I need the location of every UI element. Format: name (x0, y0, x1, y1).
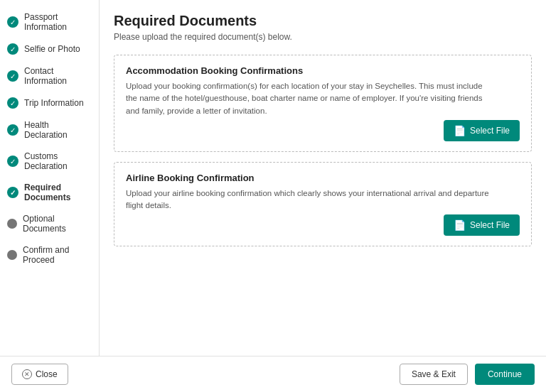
save-exit-button[interactable]: Save & Exit (400, 364, 468, 385)
status-icon-selfie: ✓ (7, 43, 18, 55)
status-icon-customs: ✓ (7, 156, 18, 167)
close-circle-icon: ✕ (22, 369, 32, 379)
doc-card-accommodation: Accommodation Booking Confirmations Uplo… (114, 55, 532, 152)
doc-title-airline: Airline Booking Confirmation (126, 173, 520, 183)
footer: ✕ Close Save & Exit Continue (0, 356, 546, 392)
sidebar-item-confirm[interactable]: Confirm and Proceed (0, 240, 99, 270)
sidebar-item-trip[interactable]: ✓Trip Information (0, 92, 99, 114)
sidebar-label-required: Required Documents (24, 183, 92, 202)
footer-right: Save & Exit Continue (400, 364, 535, 385)
sidebar-label-trip: Trip Information (24, 98, 84, 108)
main-layout: ✓Passport Information✓Selfie or Photo✓Co… (0, 0, 546, 356)
status-icon-contact: ✓ (7, 70, 18, 82)
status-icon-optional (7, 219, 17, 229)
sidebar-item-passport[interactable]: ✓Passport Information (0, 7, 99, 37)
file-icon-accommodation: 📄 (454, 125, 466, 136)
close-button[interactable]: ✕ Close (11, 364, 68, 385)
sidebar-label-passport: Passport Information (24, 12, 92, 32)
close-label: Close (36, 369, 58, 379)
doc-desc-airline: Upload your airline booking confirmation… (126, 187, 496, 212)
status-icon-confirm (7, 250, 17, 260)
doc-title-accommodation: Accommodation Booking Confirmations (126, 65, 520, 76)
select-file-button-accommodation[interactable]: 📄 Select File (444, 120, 520, 141)
status-icon-health: ✓ (7, 124, 18, 136)
content-area: Required Documents Please upload the req… (100, 0, 546, 356)
sidebar-item-health[interactable]: ✓Health Declaration (0, 115, 99, 145)
doc-card-airline: Airline Booking Confirmation Upload your… (114, 162, 532, 247)
page-title: Required Documents (114, 13, 532, 29)
select-file-button-airline[interactable]: 📄 Select File (444, 214, 520, 236)
status-icon-passport: ✓ (7, 16, 18, 28)
sidebar-item-selfie[interactable]: ✓Selfie or Photo (0, 38, 99, 60)
sidebar-label-contact: Contact Information (24, 66, 92, 86)
select-file-label-accommodation: Select File (470, 126, 510, 136)
status-icon-trip: ✓ (7, 97, 18, 109)
sidebar-item-customs[interactable]: ✓Customs Declaration (0, 146, 99, 176)
sidebar-label-confirm: Confirm and Proceed (23, 245, 92, 265)
status-icon-required: ✓ (7, 187, 18, 198)
continue-button[interactable]: Continue (475, 364, 535, 385)
document-cards-container: Accommodation Booking Confirmations Uplo… (114, 55, 532, 246)
doc-desc-accommodation: Upload your booking confirmation(s) for … (126, 80, 496, 117)
sidebar-label-health: Health Declaration (24, 120, 92, 140)
sidebar-label-customs: Customs Declaration (24, 151, 92, 171)
sidebar: ✓Passport Information✓Selfie or Photo✓Co… (0, 0, 100, 356)
sidebar-item-required[interactable]: ✓Required Documents (0, 178, 99, 207)
select-file-label-airline: Select File (470, 220, 510, 230)
sidebar-item-contact[interactable]: ✓Contact Information (0, 61, 99, 91)
sidebar-item-optional[interactable]: Optional Documents (0, 209, 99, 239)
sidebar-label-optional: Optional Documents (23, 214, 92, 234)
page-subtitle: Please upload the required document(s) b… (114, 32, 532, 42)
file-icon-airline: 📄 (454, 219, 466, 231)
sidebar-label-selfie: Selfie or Photo (24, 44, 80, 54)
